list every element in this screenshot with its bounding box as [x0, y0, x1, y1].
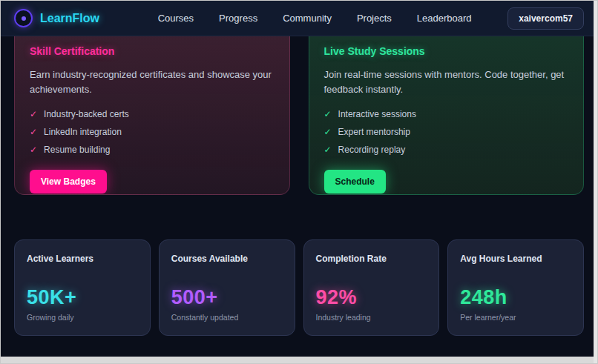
feature-cards-section: Skill Certification Earn industry-recogn… — [14, 36, 584, 195]
nav-links: Courses Progress Community Projects Lead… — [136, 13, 472, 24]
feature-item-label: Resume building — [44, 145, 110, 155]
view-badges-button[interactable]: View Badges — [30, 170, 107, 193]
feature-list: ✓ Interactive sessions ✓ Expert mentorsh… — [324, 109, 569, 155]
feature-card-skill-certification: Skill Certification Earn industry-recogn… — [14, 36, 290, 195]
feature-item-label: Industry-backed certs — [44, 109, 129, 119]
nav-link-leaderboard[interactable]: Leaderboard — [417, 13, 472, 24]
stat-label: Completion Rate — [316, 254, 427, 264]
stat-value: 500+ — [171, 286, 283, 309]
nav-link-community[interactable]: Community — [283, 13, 332, 24]
stat-card-courses-available: Courses Available 500+ Constantly update… — [159, 239, 295, 336]
navbar: LearnFlow Courses Progress Community Pro… — [1, 1, 597, 36]
check-icon: ✓ — [324, 127, 332, 137]
check-icon: ✓ — [324, 145, 332, 155]
stat-card-active-learners: Active Learners 50K+ Growing daily — [14, 239, 151, 336]
stat-sublabel: Industry leading — [316, 313, 427, 322]
feature-list-item: ✓ Recording replay — [324, 145, 569, 155]
horizontal-scrollbar[interactable] — [1, 357, 597, 363]
feature-list-item: ✓ Expert mentorship — [324, 127, 569, 137]
feature-list-item: ✓ LinkedIn integration — [30, 127, 275, 137]
feature-item-label: Interactive sessions — [338, 109, 416, 119]
brand[interactable]: LearnFlow — [14, 9, 99, 27]
nav-link-projects[interactable]: Projects — [357, 13, 392, 24]
vertical-scrollbar[interactable] — [594, 1, 597, 363]
feature-item-label: LinkedIn integration — [44, 127, 122, 137]
nav-link-courses[interactable]: Courses — [158, 13, 194, 24]
stat-sublabel: Growing daily — [27, 313, 138, 322]
feature-item-label: Expert mentorship — [338, 127, 410, 137]
stat-card-avg-hours-learned: Avg Hours Learned 248h Per learner/year — [447, 239, 584, 336]
stat-label: Active Learners — [27, 254, 138, 264]
brand-name: LearnFlow — [40, 12, 99, 25]
stat-label: Avg Hours Learned — [460, 254, 571, 264]
stat-value: 92% — [316, 286, 427, 309]
stat-card-completion-rate: Completion Rate 92% Industry leading — [303, 239, 440, 336]
check-icon: ✓ — [30, 127, 37, 137]
feature-card-title: Skill Certification — [30, 45, 275, 57]
page: LearnFlow Courses Progress Community Pro… — [0, 0, 598, 364]
stats-section: Active Learners 50K+ Growing daily Cours… — [14, 239, 584, 336]
main-content: Skill Certification Earn industry-recogn… — [1, 36, 597, 336]
check-icon: ✓ — [30, 109, 37, 119]
stat-value: 248h — [460, 286, 571, 309]
stat-sublabel: Per learner/year — [460, 313, 571, 322]
stat-sublabel: Constantly updated — [171, 313, 283, 322]
feature-list-item: ✓ Industry-backed certs — [30, 109, 275, 119]
schedule-button[interactable]: Schedule — [324, 170, 386, 193]
feature-card-description: Earn industry-recognized certificates an… — [30, 67, 275, 97]
feature-card-description: Join real-time sessions with mentors. Co… — [324, 67, 569, 97]
user-button[interactable]: xaivercom57 — [507, 7, 584, 30]
feature-list-item: ✓ Resume building — [30, 145, 275, 155]
feature-card-live-study-sessions: Live Study Sessions Join real-time sessi… — [309, 36, 585, 195]
feature-item-label: Recording replay — [338, 145, 406, 155]
stat-label: Courses Available — [171, 254, 283, 264]
feature-list-item: ✓ Interactive sessions — [324, 109, 569, 119]
feature-list: ✓ Industry-backed certs ✓ LinkedIn integ… — [30, 109, 275, 155]
check-icon: ✓ — [30, 145, 37, 155]
feature-card-title: Live Study Sessions — [324, 45, 569, 57]
stat-value: 50K+ — [27, 286, 138, 309]
logo-icon — [14, 9, 33, 27]
nav-link-progress[interactable]: Progress — [219, 13, 257, 24]
check-icon: ✓ — [324, 109, 332, 119]
